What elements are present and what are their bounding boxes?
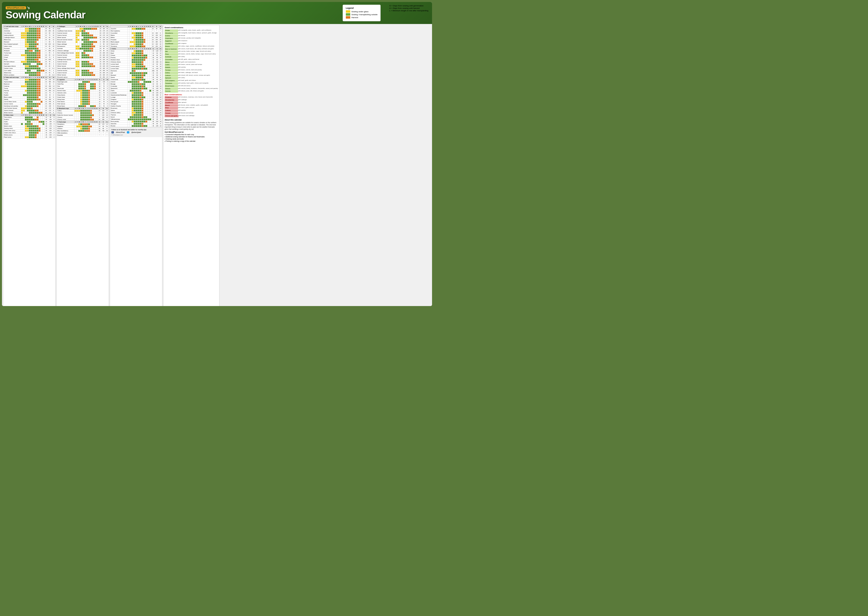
crop-name: Rhubarb [3, 50, 21, 52]
crop-name: Winter harvest [57, 74, 75, 76]
month-cell [132, 30, 134, 32]
month-cell [130, 74, 132, 76]
month-cell [31, 32, 33, 34]
month-cell [96, 123, 98, 125]
month-cell [31, 36, 33, 39]
table-row: Summer harvest1512020 [57, 61, 109, 63]
month-cell [94, 134, 96, 137]
stat-g: 10 [151, 45, 154, 47]
month-cell [149, 121, 151, 123]
month-cell [132, 65, 134, 68]
month-cell [83, 36, 85, 39]
combo-desc: with parsley [178, 66, 186, 69]
month-cell [85, 72, 87, 74]
stat-h: 160 [102, 74, 106, 76]
month-cell [29, 81, 31, 83]
month-cell [25, 28, 27, 30]
herbs-header: 7. Herbs [110, 48, 128, 50]
month-cell [149, 43, 151, 45]
month-cell [39, 94, 41, 96]
month-cell [149, 72, 151, 74]
stat-h: 160 [102, 56, 106, 58]
crop-name: Maize [110, 34, 128, 36]
month-cell [77, 65, 79, 68]
stat-h: 240 [48, 103, 52, 105]
month-cell [31, 63, 33, 65]
legend-label-3: Harvest [351, 16, 359, 19]
month-cell [134, 79, 136, 81]
month-cell [91, 39, 93, 41]
month-cell [142, 123, 143, 125]
stat-g: 14 [98, 96, 102, 98]
month-cell [80, 92, 82, 94]
list-item: Carrotswith lettuce, peas, dill, chives … [165, 90, 218, 93]
month-cell [96, 112, 98, 114]
stat-h: 12 [47, 68, 52, 69]
month-cell [27, 58, 29, 61]
month-cell [83, 74, 85, 76]
month-cell [35, 43, 37, 45]
month-cell [79, 101, 80, 103]
month-cell [79, 130, 80, 132]
stat-in: 18 [159, 45, 162, 47]
stat-g: 15 [99, 30, 102, 32]
month-cell [79, 90, 80, 92]
stat-in: 6 [53, 121, 55, 123]
month-cell [21, 90, 23, 92]
month-cell [97, 72, 99, 74]
month-cell [21, 34, 23, 36]
month-cell [142, 103, 143, 105]
month-cell [89, 56, 91, 58]
month-jan: J [21, 25, 23, 28]
stat-h: 70 [101, 101, 106, 103]
month-cell [96, 87, 98, 90]
stat-g: * [98, 132, 101, 134]
month-cell [33, 83, 35, 85]
month-cell [33, 39, 35, 41]
month-cell [37, 92, 39, 94]
month-cell [41, 118, 42, 121]
month-cell [35, 81, 37, 83]
stat-h: 70 [101, 85, 106, 87]
month-cell [148, 65, 149, 68]
visit-title: Visit When2Plant.com for [165, 131, 218, 133]
table-row: Lovage219020 [110, 96, 162, 98]
table-row: Mustard10906 [110, 74, 162, 76]
stat-g: 18 [151, 123, 155, 125]
month-cell [128, 32, 130, 34]
stat-h: 70 [101, 98, 106, 101]
month-cell [23, 47, 25, 50]
month-cell [42, 63, 44, 65]
stat-g: 10 [151, 32, 154, 34]
month-cell [33, 45, 35, 47]
stat-in: 12 [106, 43, 109, 45]
month-cell [84, 123, 86, 125]
month-cell [86, 110, 88, 112]
month-cell [142, 90, 143, 92]
stat-in: 1 [159, 90, 162, 92]
month-cell [31, 90, 33, 92]
month-cell [97, 32, 99, 34]
month-cell [41, 56, 42, 58]
month-cell [136, 83, 138, 85]
month-cell [145, 116, 148, 118]
month-cell [85, 68, 87, 69]
month-cell [37, 28, 39, 30]
month-cell [85, 61, 87, 63]
month-cell [77, 47, 79, 50]
month-cell [93, 45, 95, 47]
month-cell [148, 79, 149, 81]
month-cell [81, 68, 83, 69]
crop-name: Eggplant [57, 125, 74, 127]
month-cell [23, 132, 25, 134]
month-cell [138, 123, 140, 125]
stat-in: * [159, 30, 162, 32]
month-cell [96, 96, 98, 98]
month-cell [128, 116, 130, 118]
month-cell [79, 65, 81, 68]
month-cell [136, 103, 138, 105]
month-cell [149, 79, 151, 81]
month-cell [130, 83, 132, 85]
month-cell [81, 76, 83, 79]
table-row: Chicory roots152804 [57, 118, 109, 121]
